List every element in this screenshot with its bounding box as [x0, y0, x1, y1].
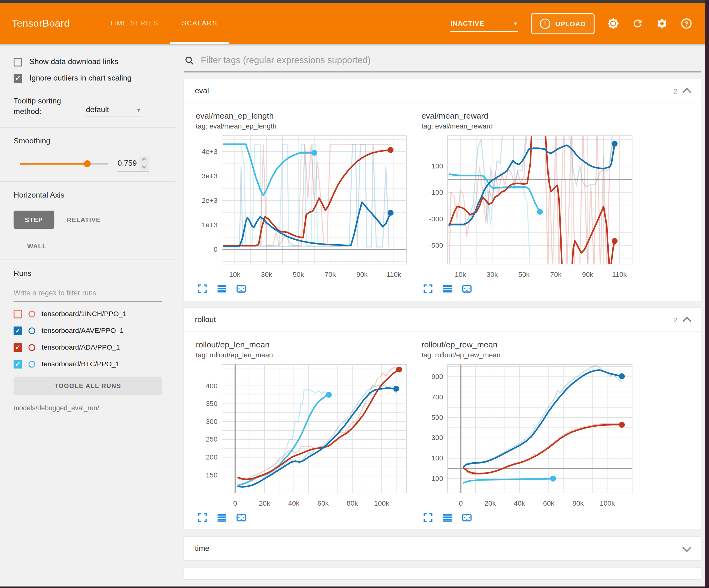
svg-text:40k: 40k: [514, 500, 525, 507]
chart-tag: tag: eval/mean_ep_length: [196, 122, 416, 130]
chevron-down-icon: ▼: [136, 107, 141, 113]
svg-text:150: 150: [206, 471, 218, 479]
toggle-lines-icon[interactable]: [442, 512, 453, 523]
svg-text:300: 300: [206, 418, 218, 426]
svg-text:70k: 70k: [550, 271, 561, 278]
svg-text:50k: 50k: [518, 271, 530, 278]
collapse-chevron-icon[interactable]: [682, 316, 691, 326]
tooltip-sorting-value: default: [86, 105, 109, 114]
chart-block-ep-rew-mean: rollout/ep_rew_mean tag: rollout/ep_rew_…: [421, 340, 641, 526]
runs-logdir-path: models/debugged_eval_run/: [14, 404, 168, 411]
smoothing-slider-fill: [20, 163, 87, 164]
settings-sidebar: Show data download links ✓ Ignore outlie…: [0, 44, 176, 587]
stepper-down-icon[interactable]: [142, 163, 147, 169]
run-label: tensorboard/BTC/PPO_1: [42, 360, 120, 368]
settings-gear-icon[interactable]: [656, 18, 668, 29]
svg-text:100: 100: [431, 454, 443, 462]
section-count-badge: 2: [674, 316, 677, 324]
section-card-time: time: [184, 536, 701, 561]
horizontal-axis-buttons: STEP RELATIVE: [14, 210, 168, 229]
line-chart-canvas[interactable]: 10k30k50k70k90k110k01e+32e+33e+34e+3: [196, 132, 409, 282]
smoothing-slider[interactable]: [20, 163, 108, 164]
smoothing-stepper[interactable]: [139, 156, 149, 170]
smoothing-slider-thumb[interactable]: [84, 160, 91, 167]
runs-filter-input[interactable]: [14, 289, 162, 297]
smoothing-value-input[interactable]: [117, 158, 139, 168]
fit-domain-icon[interactable]: [461, 283, 473, 295]
svg-text:50k: 50k: [293, 271, 304, 278]
app-header: TensorBoard TIME SERIES SCALARS INACTIVE…: [0, 3, 705, 44]
brightness-icon[interactable]: [607, 18, 619, 29]
search-icon: [185, 55, 194, 65]
ignore-outliers-checkbox[interactable]: ✓: [14, 74, 22, 83]
run-row-btc[interactable]: ✓ tensorboard/BTC/PPO_1: [14, 360, 168, 368]
run-checkbox[interactable]: [14, 310, 22, 318]
status-label: INACTIVE: [450, 20, 484, 27]
filter-tags-input[interactable]: [200, 55, 701, 66]
toggle-lines-icon[interactable]: [216, 283, 228, 295]
line-chart-canvas[interactable]: 020k40k60k80k100k-100100300500700900: [421, 361, 635, 511]
axis-relative-button[interactable]: RELATIVE: [67, 216, 101, 223]
axis-wall-button[interactable]: WALL: [27, 242, 168, 250]
chart-title: eval/mean_reward: [421, 111, 641, 121]
svg-text:60k: 60k: [317, 500, 329, 507]
svg-text:100k: 100k: [600, 500, 615, 507]
run-checkbox[interactable]: ✓: [14, 360, 22, 368]
svg-text:10k: 10k: [455, 271, 466, 278]
run-row-ada[interactable]: ✓ tensorboard/ADA/PPO_1: [14, 343, 168, 352]
run-checkbox[interactable]: ✓: [14, 326, 22, 335]
toggle-all-runs-button[interactable]: TOGGLE ALL RUNS: [14, 377, 162, 394]
chart-toolbar: [422, 512, 641, 523]
tensorboard-app: TensorBoard TIME SERIES SCALARS INACTIVE…: [0, 0, 709, 588]
collapse-chevron-icon[interactable]: [682, 87, 691, 97]
fit-domain-icon[interactable]: [461, 512, 473, 523]
axis-step-button[interactable]: STEP: [14, 210, 54, 229]
section-card-partial: [184, 567, 701, 580]
section-title: rollout: [195, 315, 216, 324]
fit-domain-icon[interactable]: [236, 283, 247, 295]
toggle-lines-icon[interactable]: [442, 283, 453, 295]
svg-text:70k: 70k: [324, 271, 336, 278]
svg-text:100: 100: [431, 162, 443, 170]
run-color-circle-icon: [28, 344, 35, 351]
show-download-links-checkbox[interactable]: [14, 58, 22, 66]
upload-label: UPLOAD: [555, 20, 586, 28]
fullscreen-icon[interactable]: [422, 512, 434, 523]
tooltip-sorting-select[interactable]: default ▼: [85, 104, 142, 117]
section-title: eval: [195, 86, 209, 95]
tab-time-series[interactable]: TIME SERIES: [98, 3, 170, 44]
section-count-badge: 2: [674, 87, 677, 95]
fullscreen-icon[interactable]: [422, 283, 434, 295]
svg-text:700: 700: [431, 393, 443, 401]
fullscreen-icon[interactable]: [196, 283, 208, 295]
chart-tag: tag: rollout/ep_rew_mean: [421, 351, 641, 359]
tab-scalars[interactable]: SCALARS: [170, 3, 230, 44]
help-icon[interactable]: ?: [681, 18, 692, 29]
section-header-rollout[interactable]: rollout 2: [184, 308, 701, 332]
svg-text:30k: 30k: [261, 271, 272, 278]
fit-domain-icon[interactable]: [236, 512, 247, 523]
section-header-eval[interactable]: eval 2: [184, 79, 701, 103]
refresh-icon[interactable]: [632, 18, 644, 29]
run-row-1inch[interactable]: tensorboard/1INCH/PPO_1: [14, 310, 168, 318]
section-header-time[interactable]: time: [184, 537, 701, 560]
toggle-lines-icon[interactable]: [216, 512, 228, 523]
svg-text:100k: 100k: [374, 500, 390, 507]
svg-text:4e+3: 4e+3: [202, 148, 218, 155]
stepper-up-icon[interactable]: [142, 158, 147, 163]
fullscreen-icon[interactable]: [196, 512, 208, 523]
collapse-chevron-icon[interactable]: [682, 543, 691, 552]
run-row-aave[interactable]: ✓ tensorboard/AAVE/PPO_1: [14, 326, 168, 335]
svg-text:30k: 30k: [487, 271, 498, 278]
svg-text:90k: 90k: [357, 271, 368, 278]
dashboard-main: eval 2 eval/mean_ep_length tag: eval/mea…: [176, 44, 705, 587]
line-chart-canvas[interactable]: 020k40k60k80k100k150200250300350400: [196, 361, 409, 511]
status-dropdown[interactable]: INACTIVE ▼: [450, 20, 518, 32]
line-chart-canvas[interactable]: 10k30k50k70k90k110k100-100-300-500: [421, 132, 635, 282]
content-area: Show data download links ✓ Ignore outlie…: [0, 44, 705, 587]
show-download-links-row: Show data download links: [14, 57, 168, 66]
upload-button[interactable]: i UPLOAD: [531, 13, 595, 34]
sidebar-divider: [0, 259, 176, 260]
run-color-circle-icon: [28, 327, 35, 334]
run-checkbox[interactable]: ✓: [14, 343, 22, 352]
